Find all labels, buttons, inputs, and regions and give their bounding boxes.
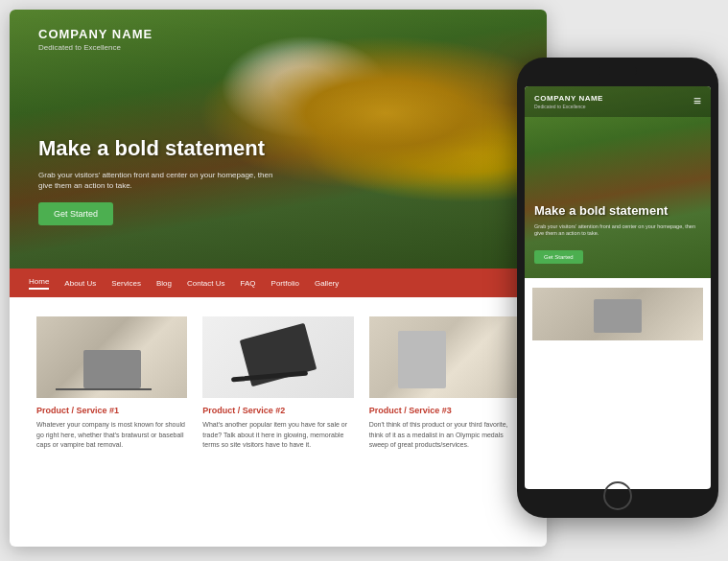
company-tagline: Dedicated to Excellence [38, 43, 153, 52]
hero-header: COMPANY NAME Dedicated to Excellence [38, 27, 153, 52]
desktop-browser-mock: COMPANY NAME Dedicated to Excellence Mak… [10, 10, 547, 547]
card-2: Product / Service #2 What's another popu… [195, 316, 361, 451]
hero-headline: Make a bold statement [38, 136, 288, 161]
mobile-subtext: Grab your visitors' attention front and … [534, 223, 701, 238]
mobile-card-section [525, 278, 711, 355]
cards-section: Product / Service #1 Whatever your compa… [10, 297, 547, 460]
navigation-bar: Home About Us Services Blog Contact Us F… [10, 269, 547, 297]
card-2-title: Product / Service #2 [202, 406, 353, 415]
cta-button[interactable]: Get Started [38, 202, 113, 225]
mobile-hero: COMPANY NAME Dedicated to Excellence ≡ M… [525, 86, 711, 278]
card-2-image [202, 316, 353, 398]
nav-item-home[interactable]: Home [29, 277, 49, 290]
mobile-cta-button[interactable]: Get Started [534, 250, 583, 264]
card-3-title: Product / Service #3 [369, 406, 520, 415]
nav-item-services[interactable]: Services [111, 279, 141, 288]
hero-subtext: Grab your visitors' attention front and … [38, 170, 288, 191]
mobile-headline: Make a bold statement [534, 203, 701, 219]
card-1: Product / Service #1 Whatever your compa… [29, 316, 195, 451]
mobile-notch [599, 67, 637, 75]
hero-section: COMPANY NAME Dedicated to Excellence Mak… [10, 10, 547, 269]
card-1-title: Product / Service #1 [36, 406, 187, 415]
mobile-header-bar: COMPANY NAME Dedicated to Excellence ≡ [525, 86, 711, 117]
card-2-text: What's another popular item you have for… [202, 420, 353, 451]
mobile-company-name: COMPANY NAME [534, 94, 603, 103]
mobile-tagline: Dedicated to Excellence [534, 104, 603, 109]
hero-content: Make a bold statement Grab your visitors… [38, 136, 288, 225]
nav-item-blog[interactable]: Blog [156, 279, 172, 288]
nav-item-gallery[interactable]: Gallery [315, 279, 339, 288]
mobile-hero-content: Make a bold statement Grab your visitors… [534, 203, 701, 264]
mobile-device-mock: COMPANY NAME Dedicated to Excellence ≡ M… [517, 58, 718, 518]
nav-item-faq[interactable]: FAQ [241, 279, 256, 288]
nav-item-contact[interactable]: Contact Us [187, 279, 225, 288]
card-3-image [369, 316, 520, 398]
mobile-home-button[interactable] [603, 481, 632, 510]
nav-item-about[interactable]: About Us [64, 279, 96, 288]
company-name: COMPANY NAME [38, 27, 153, 41]
mobile-card-image [532, 288, 703, 340]
card-1-image [36, 316, 187, 398]
nav-item-portfolio[interactable]: Portfolio [271, 279, 299, 288]
card-1-text: Whatever your company is most known for … [36, 420, 187, 451]
mobile-screen: COMPANY NAME Dedicated to Excellence ≡ M… [525, 86, 711, 489]
scene: COMPANY NAME Dedicated to Excellence Mak… [0, 0, 728, 561]
card-3: Product / Service #3 Don't think of this… [362, 316, 528, 451]
mobile-company-info: COMPANY NAME Dedicated to Excellence [534, 94, 603, 109]
hamburger-icon[interactable]: ≡ [693, 94, 701, 107]
card-3-text: Don't think of this product or your thir… [369, 420, 520, 451]
